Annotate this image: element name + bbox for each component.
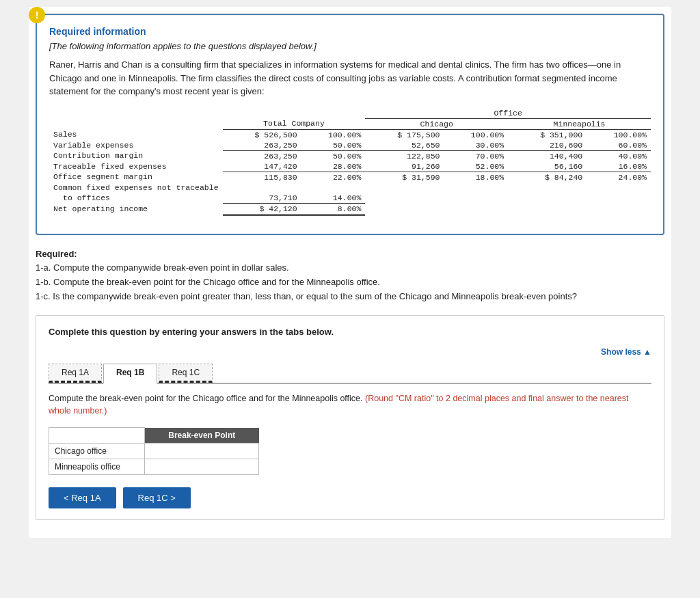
breakeven-table: Break-even Point Chicago office Minneapo… [49, 427, 259, 475]
table-row: Contribution margin 263,250 50.00% 122,8… [49, 150, 651, 161]
minneapolis-office-input[interactable] [150, 462, 253, 472]
office-header: Office [365, 108, 651, 119]
info-icon: ! [29, 7, 45, 23]
chicago-header: Chicago [365, 118, 508, 129]
minneapolis-office-input-cell[interactable] [145, 459, 259, 474]
tab-req1a[interactable]: Req 1A [49, 364, 102, 383]
italic-subtitle: [The following information applies to th… [49, 41, 651, 51]
breakeven-row-chicago: Chicago office [49, 443, 259, 459]
table-row: Common fixed expenses not traceable [49, 182, 651, 193]
page-wrapper: ! Required information [The following in… [29, 7, 671, 538]
show-less-button[interactable]: Show less ▲ [601, 347, 651, 357]
breakeven-col-header: Break-even Point [145, 428, 259, 444]
tab-req1c[interactable]: Req 1C [159, 364, 213, 383]
required-section: Required: 1-a. Compute the companywide b… [36, 247, 664, 304]
table-row: Variable expenses 263,250 50.00% 52,650 … [49, 140, 651, 151]
tab-req1b[interactable]: Req 1B [103, 364, 157, 384]
description-text: Raner, Harris and Chan is a consulting f… [49, 58, 651, 98]
prev-button[interactable]: < Req 1A [49, 487, 116, 508]
income-table: Office Total Company Chicago Minneapolis… [49, 108, 651, 216]
table-row: Net operating income $ 42,120 8.00% [49, 203, 651, 215]
tabs-row: Req 1A Req 1B Req 1C [49, 364, 651, 384]
required-info-title: Required information [49, 26, 651, 37]
chicago-office-label: Chicago office [49, 443, 145, 459]
required-label: Required: [36, 247, 664, 262]
row-label-sales: Sales [49, 129, 223, 140]
next-button[interactable]: Req 1C > [123, 487, 191, 508]
required-item-1c: 1-c. Is the companywide break-even point… [36, 290, 664, 304]
minneapolis-header: Minneapolis [508, 118, 651, 129]
total-company-header: Total Company [223, 118, 366, 129]
table-row: Sales $ 526,500 100.00% $ 175,500 100.00… [49, 129, 651, 140]
complete-box: Complete this question by entering your … [36, 315, 664, 520]
nav-buttons: < Req 1A Req 1C > [49, 487, 651, 508]
minneapolis-office-label: Minneapolis office [49, 459, 145, 474]
table-row: Traceable fixed expenses 147,420 28.00% … [49, 161, 651, 172]
complete-instruction: Complete this question by entering your … [49, 327, 651, 337]
task-text-normal: Compute the break-even point for the Chi… [49, 394, 363, 403]
info-box: ! Required information [The following in… [36, 14, 664, 235]
chicago-office-input[interactable] [150, 446, 253, 456]
required-item-1a: 1-a. Compute the companywide break-even … [36, 261, 664, 275]
task-text: Compute the break-even point for the Chi… [49, 392, 651, 418]
breakeven-row-header [49, 428, 145, 444]
table-row: Office segment margin 115,830 22.00% $ 3… [49, 172, 651, 182]
table-row: to offices 73,710 14.00% [49, 193, 651, 204]
breakeven-row-minneapolis: Minneapolis office [49, 459, 259, 474]
chicago-office-input-cell[interactable] [145, 443, 259, 459]
required-item-1b: 1-b. Compute the break-even point for th… [36, 275, 664, 290]
show-less-row: Show less ▲ [49, 346, 651, 357]
